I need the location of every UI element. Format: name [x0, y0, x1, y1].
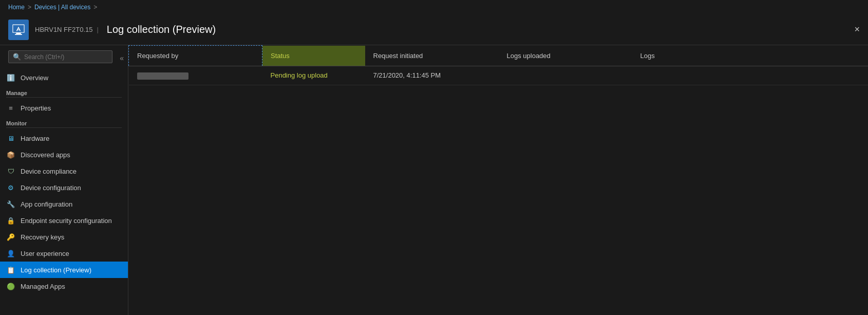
- sidebar-item-managed-apps[interactable]: 🟢 Managed Apps: [0, 278, 128, 294]
- cell-logs-uploaded: [499, 66, 632, 85]
- device-configuration-icon: ⚙: [6, 183, 15, 192]
- sidebar-item-endpoint-security-label: Endpoint security configuration: [21, 217, 112, 225]
- sidebar-item-discovered-apps[interactable]: 📦 Discovered apps: [0, 146, 128, 163]
- col-header-logs-uploaded: Logs uploaded: [499, 46, 632, 66]
- sidebar-item-overview-label: Overview: [21, 74, 48, 82]
- sidebar-item-endpoint-security[interactable]: 🔒 Endpoint security configuration: [0, 212, 128, 229]
- sidebar-item-app-configuration[interactable]: 🔧 App configuration: [0, 196, 128, 212]
- device-icon: [8, 20, 29, 40]
- breadcrumb: Home > Devices | All devices >: [0, 0, 868, 14]
- table-header: Requested by Status Request initiated Lo…: [129, 46, 869, 66]
- status-value: Pending log upload: [271, 71, 328, 79]
- col-header-requested-by: Requested by: [129, 46, 262, 66]
- sidebar-item-device-compliance-label: Device compliance: [21, 168, 77, 175]
- app-configuration-icon: 🔧: [6, 199, 15, 209]
- sidebar-item-device-configuration[interactable]: ⚙ Device configuration: [0, 179, 128, 196]
- sidebar-item-recovery-keys-label: Recovery keys: [21, 233, 64, 241]
- monitor-section-label: Monitor: [0, 116, 128, 127]
- breadcrumb-sep1: >: [28, 4, 31, 11]
- properties-icon: ≡: [6, 103, 15, 113]
- svg-rect-1: [16, 32, 21, 33]
- sidebar-item-device-configuration-label: Device configuration: [21, 184, 81, 192]
- main-content: Requested by Status Request initiated Lo…: [128, 45, 868, 315]
- requested-by-value: [137, 72, 188, 80]
- search-input[interactable]: [24, 53, 108, 61]
- manage-section-label: Manage: [0, 86, 128, 97]
- device-compliance-icon: 🛡: [6, 166, 15, 176]
- recovery-keys-icon: 🔑: [6, 232, 15, 242]
- page-title: Log collection (Preview): [107, 24, 216, 35]
- col-header-request-initiated: Request initiated: [365, 46, 499, 66]
- sidebar-item-properties-label: Properties: [21, 104, 51, 112]
- cell-requested-by: [129, 66, 262, 85]
- breadcrumb-sep2: >: [93, 4, 97, 11]
- sidebar-item-recovery-keys[interactable]: 🔑 Recovery keys: [0, 229, 128, 245]
- log-collection-table: Requested by Status Request initiated Lo…: [128, 45, 868, 85]
- collapse-sidebar-button[interactable]: «: [120, 54, 124, 62]
- sidebar-item-overview[interactable]: ℹ️ Overview: [0, 69, 128, 86]
- sidebar-item-device-compliance[interactable]: 🛡 Device compliance: [0, 163, 128, 179]
- sidebar: 🔍 « ℹ️ Overview Manage ≡ Properties Moni…: [0, 45, 128, 315]
- col-header-status: Status: [262, 46, 365, 66]
- cell-request-initiated: 7/21/2020, 4:11:45 PM: [365, 66, 499, 85]
- table-row: Pending log upload 7/21/2020, 4:11:45 PM: [129, 66, 869, 85]
- table-body: Pending log upload 7/21/2020, 4:11:45 PM: [129, 66, 869, 85]
- layout: 🔍 « ℹ️ Overview Manage ≡ Properties Moni…: [0, 45, 868, 315]
- overview-icon: ℹ️: [6, 73, 15, 82]
- sidebar-item-hardware[interactable]: 🖥 Hardware: [0, 130, 128, 146]
- breadcrumb-devices[interactable]: Devices | All devices: [34, 4, 90, 11]
- endpoint-security-icon: 🔒: [6, 216, 15, 225]
- search-icon: 🔍: [13, 53, 21, 61]
- sidebar-item-hardware-label: Hardware: [21, 135, 49, 142]
- log-collection-icon: 📋: [6, 265, 15, 274]
- user-experience-icon: 👤: [6, 249, 15, 258]
- page-header: HBRV1N FF2T0.15 | Log collection (Previe…: [0, 14, 868, 45]
- hardware-icon: 🖥: [6, 134, 15, 143]
- device-name: HBRV1N FF2T0.15: [35, 26, 92, 33]
- header-separator: |: [97, 26, 98, 33]
- svg-rect-3: [13, 25, 24, 32]
- sidebar-item-log-collection-label: Log collection (Preview): [21, 266, 91, 274]
- cell-logs: [632, 66, 869, 85]
- sidebar-item-managed-apps-label: Managed Apps: [21, 283, 65, 290]
- breadcrumb-home[interactable]: Home: [8, 4, 25, 11]
- sidebar-item-discovered-apps-label: Discovered apps: [21, 151, 70, 159]
- cell-status: Pending log upload: [262, 66, 365, 85]
- sidebar-item-log-collection[interactable]: 📋 Log collection (Preview): [0, 262, 128, 278]
- close-button[interactable]: ×: [854, 24, 860, 35]
- col-header-logs: Logs: [632, 46, 869, 66]
- discovered-apps-icon: 📦: [6, 150, 15, 159]
- sidebar-item-app-configuration-label: App configuration: [21, 200, 72, 208]
- sidebar-item-user-experience-label: User experience: [21, 250, 69, 257]
- managed-apps-icon: 🟢: [6, 282, 15, 291]
- sidebar-item-properties[interactable]: ≡ Properties: [0, 100, 128, 116]
- search-box[interactable]: 🔍: [8, 50, 112, 63]
- svg-rect-2: [15, 34, 22, 35]
- sidebar-item-user-experience[interactable]: 👤 User experience: [0, 245, 128, 262]
